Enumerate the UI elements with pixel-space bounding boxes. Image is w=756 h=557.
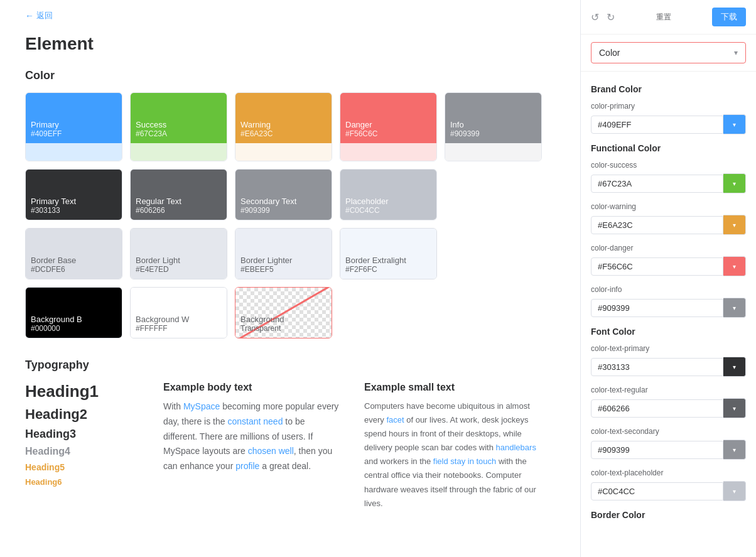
color-card-row-text: Primary Text #303133 Regular Text #60626…: [25, 169, 555, 220]
color-row-warning: color-warning ▾: [591, 202, 746, 235]
color-text-secondary-swatch[interactable]: ▾: [723, 440, 746, 460]
color-card-bg-black: Background B #000000: [25, 287, 122, 338]
color-text-primary-label: color-text-primary: [591, 344, 746, 353]
back-arrow-icon: ←: [25, 11, 34, 21]
color-text-regular-label: color-text-regular: [591, 386, 746, 394]
color-label-primary: Primary: [31, 120, 117, 129]
color-text-primary-swatch[interactable]: ▾: [723, 357, 746, 377]
color-text-placeholder-swatch[interactable]: ▾: [723, 481, 746, 501]
download-button[interactable]: 下载: [712, 8, 746, 26]
color-text-secondary-input[interactable]: [591, 441, 723, 459]
color-card-info: Info #909399: [445, 92, 542, 161]
color-text-secondary-label: color-text-secondary: [591, 427, 746, 436]
panel-toolbar: ↺ ↻ 重置 下载: [581, 0, 756, 35]
typography-grid: Heading1 Heading2 Heading3 Heading4 Head…: [25, 382, 555, 511]
swatch-chevron-icon-text-regular: ▾: [733, 405, 736, 412]
color-hex-primary-text: #303133: [31, 206, 117, 215]
color-text-secondary-input-group: ▾: [591, 440, 746, 460]
color-label-placeholder: Placeholder: [345, 197, 431, 206]
color-card-placeholder: Placeholder #C0C4CC: [340, 169, 437, 220]
color-label-danger: Danger: [345, 120, 431, 129]
small-text-title: Example small text: [364, 382, 540, 393]
color-label-info: Info: [450, 120, 536, 129]
selector-box[interactable]: Color ▾: [591, 42, 746, 63]
back-label: 返回: [36, 10, 53, 21]
selector-label: Color: [599, 48, 620, 58]
swatch-chevron-icon-info: ▾: [733, 305, 736, 311]
main-content: ← 返回 Element Color Primary #409EFF Succe…: [0, 0, 580, 557]
right-panel: ↺ ↻ 重置 下载 Color ▾ Brand Color color-prim…: [580, 0, 756, 557]
color-info-swatch[interactable]: ▾: [723, 298, 746, 318]
color-label-bg-white: Background W: [136, 315, 222, 324]
color-hex-border-lighter: #EBEEF5: [240, 265, 327, 274]
body-text-content: With MySpace becoming more popular every…: [163, 399, 339, 474]
heading2: Heading2: [25, 406, 138, 423]
color-hex-info: #909399: [450, 129, 536, 138]
color-primary-input[interactable]: [591, 116, 723, 134]
chevron-down-icon: ▾: [734, 48, 738, 57]
color-hex-bg-black: #000000: [31, 324, 117, 333]
color-warning-swatch[interactable]: ▾: [723, 215, 746, 235]
typography-section-title: Typography: [25, 359, 555, 372]
color-row-danger: color-danger ▾: [591, 244, 746, 276]
color-info-label: color-info: [591, 285, 746, 294]
color-card-bg-white: Background W #FFFFFF: [130, 287, 227, 338]
font-color-title: Font Color: [591, 327, 746, 337]
heading4: Heading4: [25, 446, 138, 457]
color-row-text-secondary: color-text-secondary ▾: [591, 427, 746, 460]
border-color-title: Border Color: [591, 510, 746, 520]
color-success-input[interactable]: [591, 175, 723, 193]
color-text-regular-input[interactable]: [591, 399, 723, 418]
heading3: Heading3: [25, 428, 138, 441]
color-label-bg-transparent: Background: [240, 315, 327, 324]
swatch-chevron-icon-danger: ▾: [733, 263, 736, 270]
color-primary-swatch[interactable]: ▾: [723, 114, 746, 134]
color-row-text-primary: color-text-primary ▾: [591, 344, 746, 377]
color-info-input[interactable]: [591, 299, 723, 317]
body-text-column: Example body text With MySpace becoming …: [163, 382, 339, 511]
typography-section: Typography Heading1 Heading2 Heading3 He…: [25, 359, 555, 511]
color-hex-bg-white: #FFFFFF: [136, 324, 222, 333]
color-warning-input-group: ▾: [591, 215, 746, 235]
color-warning-input[interactable]: [591, 216, 723, 234]
color-danger-swatch[interactable]: ▾: [723, 256, 746, 276]
color-text-primary-input-group: ▾: [591, 357, 746, 377]
redo-icon[interactable]: ↻: [607, 11, 615, 23]
color-text-placeholder-input[interactable]: [591, 482, 723, 500]
color-success-input-group: ▾: [591, 173, 746, 193]
color-card-bg-transparent: Background Transparent: [235, 287, 332, 338]
back-nav[interactable]: ← 返回: [25, 10, 555, 21]
toolbar-icons: ↺ ↻: [591, 11, 615, 23]
swatch-chevron-icon-success: ▾: [733, 180, 736, 187]
color-card-border-light: Border Light #E4E7ED: [130, 228, 227, 279]
heading5: Heading5: [25, 462, 138, 472]
color-card-row-border: Border Base #DCDFE6 Border Light #E4E7ED…: [25, 228, 555, 279]
brand-color-title: Brand Color: [591, 84, 746, 94]
color-hex-border-extralight: #F2F6FC: [345, 265, 431, 274]
color-text-placeholder-input-group: ▾: [591, 481, 746, 501]
color-text-primary-input[interactable]: [591, 358, 723, 376]
color-card-primary-text: Primary Text #303133: [25, 169, 122, 220]
color-text-placeholder-label: color-text-placeholder: [591, 468, 746, 477]
color-card-danger: Danger #F56C6C: [340, 92, 437, 161]
color-label-regular-text: Regular Text: [136, 197, 222, 206]
color-card-border-extralight: Border Extralight #F2F6FC: [340, 228, 437, 279]
panel-selector: Color ▾: [581, 35, 756, 72]
color-hex-success: #67C23A: [136, 129, 222, 138]
swatch-chevron-icon-warning: ▾: [733, 222, 736, 229]
color-card-row-main: Primary #409EFF Success #67C23A Warning …: [25, 92, 555, 161]
color-text-regular-swatch[interactable]: ▾: [723, 398, 746, 418]
color-label-success: Success: [136, 120, 222, 129]
color-success-swatch[interactable]: ▾: [723, 173, 746, 193]
color-danger-input[interactable]: [591, 257, 723, 276]
color-row-text-regular: color-text-regular ▾: [591, 386, 746, 418]
undo-icon[interactable]: ↺: [591, 11, 599, 23]
color-danger-input-group: ▾: [591, 256, 746, 276]
functional-color-title: Functional Color: [591, 143, 746, 153]
swatch-chevron-icon: ▾: [733, 121, 736, 128]
headings-column: Heading1 Heading2 Heading3 Heading4 Head…: [25, 382, 138, 511]
panel-body: Brand Color color-primary ▾ Functional C…: [581, 72, 756, 557]
color-label-border-lighter: Border Lighter: [240, 256, 327, 265]
reset-button[interactable]: 重置: [656, 12, 671, 23]
color-hex-placeholder: #C0C4CC: [345, 206, 431, 215]
